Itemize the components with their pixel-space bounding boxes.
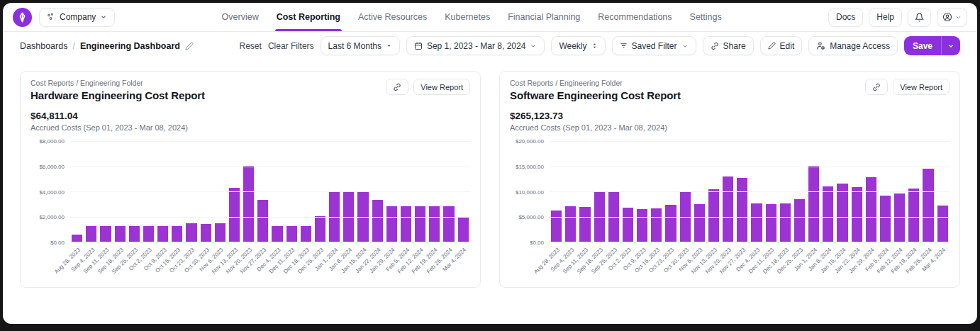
save-options-button[interactable] (941, 36, 960, 55)
nav-item-recommendations[interactable]: Recommendations (598, 3, 672, 31)
chart-bar[interactable] (780, 203, 791, 242)
chart-bar[interactable] (458, 217, 469, 242)
manage-access-button[interactable]: Manage Access (808, 36, 898, 55)
chart-bar[interactable] (823, 186, 833, 242)
chart-bar[interactable] (694, 204, 705, 242)
chart-bar[interactable] (157, 226, 168, 242)
chart-bar[interactable] (272, 226, 282, 242)
chart-bar[interactable] (143, 226, 154, 242)
x-axis: Aug 28, 2023Sep 4, 2023Sep 11, 2023Sep 1… (70, 242, 470, 282)
chart-bar[interactable] (708, 189, 719, 242)
chart-bar[interactable] (186, 223, 196, 242)
chart-bar[interactable] (372, 200, 383, 242)
window-frame: Company Overview Cost Reporting Active R… (0, 0, 980, 331)
plot-area (70, 141, 470, 242)
docs-label: Docs (836, 12, 855, 22)
notifications-button[interactable] (908, 8, 931, 27)
nav-item-kubernetes[interactable]: Kubernetes (445, 3, 490, 31)
chevron-down-icon (100, 13, 107, 21)
chart-bar[interactable] (257, 200, 268, 242)
chart-bar[interactable] (443, 206, 454, 242)
chart-bar[interactable] (651, 208, 662, 242)
chart-bar[interactable] (579, 207, 590, 242)
card-title: Software Engineering Cost Report (510, 89, 681, 101)
chart-bar[interactable] (315, 216, 325, 242)
card-title: Hardware Engineering Cost Report (30, 89, 205, 101)
chart-bar[interactable] (665, 205, 676, 242)
chart-bar[interactable] (565, 206, 576, 242)
y-tick-label: $15,000.00 (516, 163, 544, 169)
nav-item-financial-planning[interactable]: Financial Planning (508, 3, 580, 31)
top-nav-bar: Company Overview Cost Reporting Active R… (3, 3, 977, 32)
vantage-logo-icon[interactable] (13, 8, 32, 27)
chart-bar[interactable] (386, 206, 397, 242)
time-range-dropdown[interactable]: Last 6 Months (321, 36, 400, 55)
chart-bar[interactable] (866, 177, 876, 242)
chart-bar[interactable] (86, 226, 96, 242)
chart-bar[interactable] (415, 206, 425, 242)
company-switcher-button[interactable]: Company (39, 8, 115, 27)
rename-pencil-icon[interactable] (185, 42, 194, 50)
chart-bar[interactable] (72, 235, 82, 242)
link-icon (872, 83, 881, 91)
chart-bar[interactable] (100, 226, 111, 242)
saved-filter-dropdown[interactable]: Saved Filter (612, 36, 696, 55)
reset-button[interactable]: Reset (240, 41, 262, 51)
chart-bar[interactable] (852, 187, 862, 242)
chart-bar[interactable] (908, 189, 919, 242)
copy-link-button[interactable] (386, 79, 408, 95)
chart-bar[interactable] (401, 206, 411, 242)
copy-link-button[interactable] (865, 79, 888, 95)
chart-bar[interactable] (723, 176, 733, 242)
chart-bar[interactable] (115, 226, 126, 242)
docs-button[interactable]: Docs (828, 8, 863, 27)
chart-bar[interactable] (243, 166, 254, 242)
y-axis: $8,000.00$6,000.00$4,000.00$2,000.00$0.0… (30, 141, 70, 242)
nav-item-active-resources[interactable]: Active Resources (358, 3, 427, 31)
chart-bar[interactable] (551, 211, 562, 242)
clear-filters-button[interactable]: Clear Filters (268, 41, 314, 51)
view-report-button[interactable]: View Report (893, 79, 950, 95)
total-cost-value: $64,811.04 (30, 111, 470, 121)
chart-bar[interactable] (429, 206, 440, 242)
chart-bar[interactable] (937, 206, 948, 242)
chart-bar[interactable] (229, 188, 240, 242)
edit-button[interactable]: Edit (760, 36, 803, 55)
bar-chart: $8,000.00$6,000.00$4,000.00$2,000.00$0.0… (30, 141, 470, 282)
chart-bar[interactable] (201, 224, 211, 242)
nav-item-settings[interactable]: Settings (690, 3, 722, 31)
chart-bar[interactable] (923, 169, 933, 242)
chart-bar[interactable] (808, 166, 819, 242)
total-cost-value: $265,123.73 (510, 111, 950, 121)
breadcrumb-separator: / (72, 41, 74, 51)
chart-bar[interactable] (301, 226, 311, 242)
chart-bar[interactable] (751, 203, 762, 242)
chart-bar[interactable] (172, 226, 182, 242)
breadcrumb-dashboards-link[interactable]: Dashboards (20, 41, 67, 51)
card-breadcrumb: Cost Reports / Engineering Folder (510, 79, 681, 87)
gridline (70, 141, 470, 142)
date-range-picker[interactable]: Sep 1, 2023 - Mar 8, 2024 (406, 36, 545, 55)
account-menu-button[interactable] (937, 8, 967, 27)
save-button[interactable]: Save (904, 36, 941, 55)
save-split-button[interactable]: Save (904, 36, 960, 55)
breadcrumb: Dashboards / Engineering Dashboard (20, 41, 194, 51)
chart-bar[interactable] (623, 208, 633, 242)
chart-bar[interactable] (129, 226, 140, 242)
dashboard-content: Cost Reports / Engineering Folder Hardwa… (3, 60, 977, 324)
up-down-arrows-icon (591, 42, 598, 50)
nav-item-cost-reporting[interactable]: Cost Reporting (277, 3, 340, 31)
nav-item-overview[interactable]: Overview (222, 3, 259, 31)
chart-bar[interactable] (215, 223, 225, 242)
chart-bar[interactable] (637, 209, 647, 242)
help-button[interactable]: Help (869, 8, 902, 27)
chart-bar[interactable] (880, 196, 891, 242)
chart-bar[interactable] (737, 178, 747, 242)
share-button[interactable]: Share (703, 36, 754, 55)
chart-bar[interactable] (794, 199, 805, 242)
view-report-button[interactable]: View Report (413, 79, 470, 95)
chart-bar[interactable] (286, 226, 297, 242)
chart-bar[interactable] (766, 204, 776, 242)
granularity-select[interactable]: Weekly (551, 36, 605, 55)
chart-bar[interactable] (894, 193, 905, 242)
